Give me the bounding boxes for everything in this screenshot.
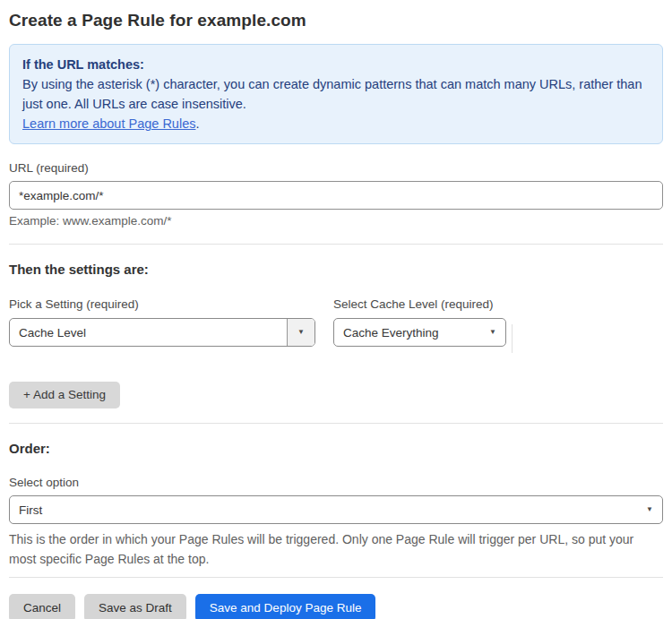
chevron-down-icon: ▼	[297, 329, 305, 336]
url-field-label: URL (required)	[9, 161, 663, 176]
footer-actions: Cancel Save as Draft Save and Deploy Pag…	[9, 594, 663, 619]
learn-more-link[interactable]: Learn more about Page Rules	[22, 116, 195, 131]
url-input[interactable]	[9, 181, 663, 210]
chevron-down-icon: ▼	[646, 506, 662, 513]
cache-level-value: Cache Everything	[334, 326, 489, 340]
add-setting-button[interactable]: + Add a Setting	[9, 382, 120, 408]
setting-row-separator	[512, 324, 513, 353]
cache-level-picker-label: Select Cache Level (required)	[333, 297, 506, 312]
page-title: Create a Page Rule for example.com	[9, 11, 663, 30]
order-selected-value: First	[10, 503, 646, 517]
chevron-down-icon: ▼	[489, 329, 505, 336]
divider	[9, 423, 663, 424]
divider	[9, 244, 663, 245]
url-field-helper: Example: www.example.com/*	[9, 214, 663, 228]
save-as-draft-button[interactable]: Save as Draft	[84, 594, 186, 619]
cache-level-picker-column: Select Cache Level (required) Cache Ever…	[333, 297, 506, 347]
settings-section-heading: Then the settings are:	[9, 262, 663, 278]
order-dropdown[interactable]: First ▼	[9, 495, 663, 524]
setting-picker-dropdown[interactable]: Cache Level ▼	[9, 318, 315, 347]
save-and-deploy-button[interactable]: Save and Deploy Page Rule	[195, 594, 376, 619]
cancel-button[interactable]: Cancel	[9, 594, 75, 619]
info-box-heading: If the URL matches:	[22, 55, 650, 74]
setting-picker-value: Cache Level	[10, 326, 287, 340]
info-box-link-line: Learn more about Page Rules.	[22, 114, 650, 133]
dropdown-arrow-button[interactable]: ▼	[287, 319, 314, 346]
cache-level-dropdown[interactable]: Cache Everything ▼	[333, 318, 506, 347]
setting-picker-column: Pick a Setting (required) Cache Level ▼	[9, 297, 315, 347]
link-period: .	[195, 116, 199, 131]
order-section-heading: Order:	[9, 441, 663, 457]
settings-row: Pick a Setting (required) Cache Level ▼ …	[9, 297, 663, 353]
order-select-label: Select option	[9, 476, 663, 490]
order-helper-text: This is the order in which your Page Rul…	[9, 529, 663, 569]
setting-picker-label: Pick a Setting (required)	[9, 297, 315, 312]
divider	[9, 577, 663, 578]
info-box-body: By using the asterisk (*) character, you…	[22, 74, 650, 114]
url-matches-info-box: If the URL matches: By using the asteris…	[9, 44, 663, 144]
